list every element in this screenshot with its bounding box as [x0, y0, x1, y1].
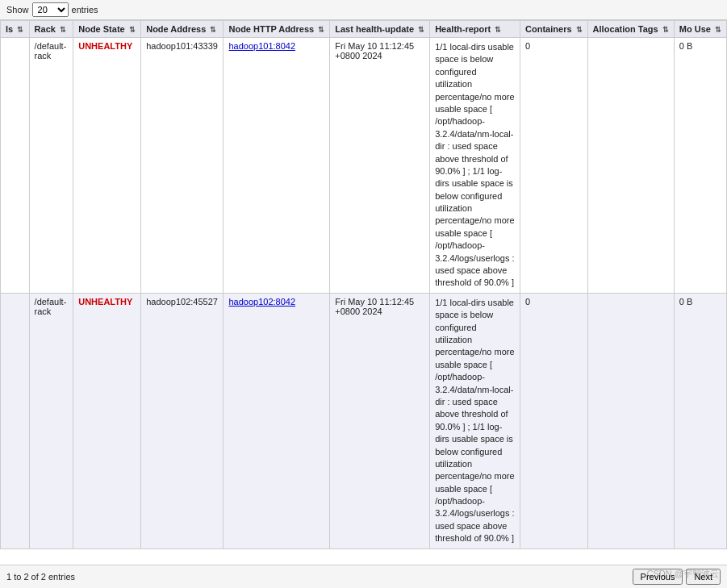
next-button[interactable]: Next: [686, 569, 721, 585]
cell-node-state: UNHEALTHY: [73, 293, 141, 548]
cell-node-state: UNHEALTHY: [73, 38, 141, 294]
cell-labels: [1, 38, 30, 294]
cell-labels: [1, 293, 30, 548]
col-header-http-address[interactable]: Node HTTP Address ⇅: [224, 21, 330, 38]
cell-http-address: hadoop102:8042: [224, 293, 330, 548]
col-header-mem-used[interactable]: Mo Use ⇅: [674, 21, 726, 38]
cell-last-health: Fri May 10 11:12:45 +0800 2024: [330, 38, 430, 294]
sort-icon-node-state: ⇅: [129, 26, 136, 34]
cell-health-report: 1/1 local-dirs usable space is below con…: [430, 293, 520, 548]
col-header-labels[interactable]: ls ⇅: [1, 21, 30, 38]
col-header-last-health[interactable]: Last health-update ⇅: [330, 21, 430, 38]
nav-buttons: Previous Next: [633, 569, 721, 585]
sort-icon-allocation: ⇅: [662, 26, 669, 34]
sort-icon-containers: ⇅: [576, 26, 583, 34]
col-header-node-state[interactable]: Node State ⇅: [73, 21, 141, 38]
entries-label: entries: [72, 5, 98, 15]
sort-icon-health-report: ⇅: [495, 26, 501, 34]
cell-health-report: 1/1 local-dirs usable space is below con…: [430, 38, 520, 294]
previous-button[interactable]: Previous: [633, 569, 683, 585]
node-http-link[interactable]: hadoop101:8042: [228, 41, 295, 51]
col-header-allocation[interactable]: Allocation Tags ⇅: [587, 21, 674, 38]
sort-icon-http-address: ⇅: [318, 26, 324, 34]
cell-node-address: hadoop101:43339: [141, 38, 224, 294]
cell-allocation: [587, 38, 674, 294]
sort-icon-rack: ⇅: [60, 26, 66, 34]
cell-containers: 0: [520, 38, 588, 294]
node-state-value: UNHEALTHY: [78, 41, 132, 51]
sort-icon-mem-used: ⇅: [715, 26, 721, 34]
main-table-container[interactable]: Show 20 50 100 entries ls ⇅ Rack ⇅ Node …: [0, 0, 727, 588]
node-http-link[interactable]: hadoop102:8042: [228, 297, 295, 307]
cell-mem-used: 0 B: [674, 293, 726, 548]
cell-http-address: hadoop101:8042: [224, 38, 330, 294]
col-header-node-address[interactable]: Node Address ⇅: [141, 21, 224, 38]
sort-icon-node-address: ⇅: [210, 26, 216, 34]
entries-row: Show 20 50 100 entries: [0, 0, 727, 20]
col-header-containers[interactable]: Containers ⇅: [520, 21, 588, 38]
sort-icon-last-health: ⇅: [418, 26, 424, 34]
col-header-rack[interactable]: Rack ⇅: [29, 21, 73, 38]
cell-last-health: Fri May 10 11:12:45 +0800 2024: [330, 293, 430, 548]
cell-rack: /default-rack: [29, 38, 73, 294]
sort-icon-labels: ⇅: [17, 26, 23, 34]
col-header-health-report[interactable]: Health-report ⇅: [430, 21, 520, 38]
node-table: ls ⇅ Rack ⇅ Node State ⇅ Node Address ⇅ …: [0, 20, 727, 549]
showing-text: 1 to 2 of 2 entries: [6, 572, 75, 582]
cell-rack: /default-rack: [29, 293, 73, 548]
table-row: /default-rackUNHEALTHYhadoop101:43339had…: [1, 38, 727, 294]
node-state-value: UNHEALTHY: [78, 297, 132, 307]
show-label: Show: [6, 5, 29, 15]
cell-node-address: hadoop102:45527: [141, 293, 224, 548]
table-row: /default-rackUNHEALTHYhadoop102:45527had…: [1, 293, 727, 548]
cell-allocation: [587, 293, 674, 548]
cell-containers: 0: [520, 293, 588, 548]
cell-mem-used: 0 B: [674, 38, 726, 294]
entries-select[interactable]: 20 50 100: [32, 2, 69, 17]
bottom-nav: 1 to 2 of 2 entries Previous Next: [0, 565, 727, 588]
